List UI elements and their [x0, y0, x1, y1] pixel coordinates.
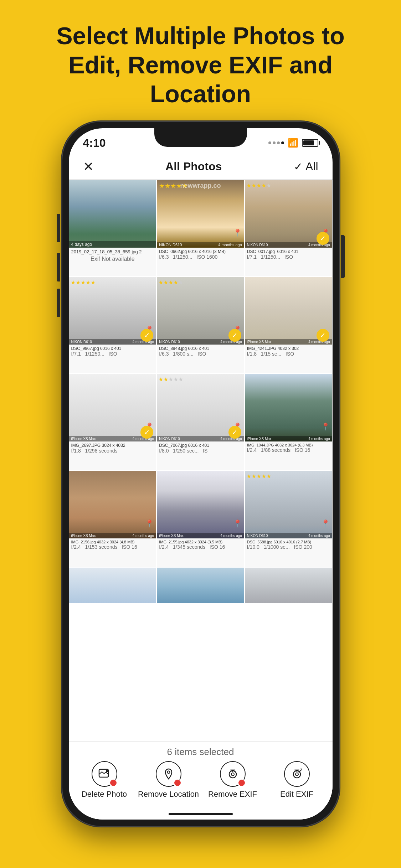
- photo-cell-1[interactable]: 4 days ago 2019_02_17_18_05_38_659.jpg 2…: [69, 180, 157, 277]
- delete-photo-button[interactable]: Delete Photo: [72, 761, 137, 799]
- photo-time-1: 4 days ago: [71, 242, 92, 247]
- remove-exif-label: Remove EXIF: [208, 790, 257, 799]
- wifi-icon: 📶: [288, 138, 298, 148]
- grid-row-4: 📍 iPhone XS Max 4 months ago IMG_2156.jp…: [69, 470, 333, 567]
- status-icons: 📶: [268, 134, 318, 148]
- photo-cell-3[interactable]: ★★★★★ 📍 ✓ NIKON D610 4 months ago DSC_00…: [245, 180, 333, 277]
- photo-cell-10[interactable]: 📍 iPhone XS Max 4 months ago IMG_2156.jp…: [69, 470, 157, 567]
- photo-cell-9[interactable]: 📍 iPhone XS Max 4 months ago IMG_1044.JP…: [245, 373, 333, 470]
- photo-cell-7[interactable]: 📍 ✓ iPhone XS Max 4 months ago IMG_2697.…: [69, 373, 157, 470]
- edit-exif-label: Edit EXIF: [280, 790, 313, 799]
- remove-location-button[interactable]: Remove Location: [137, 761, 201, 799]
- select-all-label: All: [305, 160, 318, 173]
- location-badge: [174, 779, 181, 787]
- photo-cell-12[interactable]: ★★★★★ 📍 NIKON D610 4 months ago DSC_5588…: [245, 470, 333, 567]
- delete-photo-label: Delete Photo: [82, 790, 127, 799]
- photo-cell-8[interactable]: ★★★★★ 📍 ✓ NIKON D610 4 months ago DSC_70…: [156, 373, 245, 470]
- nav-bar: ✕ All Photos ✓ All: [69, 154, 333, 180]
- photo-cell-13[interactable]: [69, 567, 157, 604]
- photo-grid[interactable]: 4 days ago 2019_02_17_18_05_38_659.jpg 2…: [69, 180, 333, 741]
- grid-row-3: 📍 ✓ iPhone XS Max 4 months ago IMG_2697.…: [69, 373, 333, 470]
- svg-point-2: [167, 771, 170, 774]
- checkmark-icon: ✓: [294, 160, 303, 173]
- nav-title: All Photos: [165, 160, 222, 173]
- selected-count: 6 items selected: [69, 742, 333, 761]
- edit-exif-icon-wrap: [284, 761, 310, 787]
- remove-location-label: Remove Location: [138, 790, 199, 799]
- page-title: Select Multiple Photos to Edit, Remove E…: [0, 0, 401, 123]
- remove-exif-icon-wrap: [220, 761, 246, 787]
- photo-cell-15[interactable]: [245, 567, 333, 604]
- remove-location-icon-wrap: [156, 761, 181, 787]
- photo-cell-2[interactable]: ★★★★★ newwrapp.co 📍 NIKON D610 4 months …: [156, 180, 245, 277]
- battery-icon: [302, 139, 318, 147]
- bottom-bar: 6 items selected Delete Photo: [69, 741, 333, 820]
- svg-point-1: [106, 770, 108, 772]
- grid-row-2: ★★★★★ 📍 ✓ NIKON D610 4 months ago DSC_99…: [69, 277, 333, 373]
- svg-point-6: [295, 773, 298, 776]
- action-buttons: Delete Photo Remove Location: [69, 761, 333, 799]
- select-all-button[interactable]: ✓ All: [294, 160, 318, 173]
- edit-exif-button[interactable]: Edit EXIF: [265, 761, 329, 799]
- home-indicator: [169, 813, 233, 815]
- photo-cell-5[interactable]: ★★★★★ 📍 ✓ NIKON D610 4 months ago DSC_89…: [156, 277, 245, 373]
- delete-badge: [109, 779, 117, 787]
- photo-cell-4[interactable]: ★★★★★ 📍 ✓ NIKON D610 4 months ago DSC_99…: [69, 277, 157, 373]
- phone-frame: 4:10 📶 ✕ All Photos ✓ All: [62, 121, 340, 827]
- grid-row-5: [69, 567, 333, 604]
- close-button[interactable]: ✕: [83, 159, 94, 174]
- phone-screen: 4:10 📶 ✕ All Photos ✓ All: [69, 128, 333, 820]
- remove-exif-button[interactable]: Remove EXIF: [201, 761, 265, 799]
- status-time: 4:10: [83, 133, 106, 150]
- photo-cell-14[interactable]: [156, 567, 245, 604]
- photo-cell-6[interactable]: ✓ iPhone XS Max 4 months ago IMG_4241.JP…: [245, 277, 333, 373]
- delete-photo-icon-wrap: [92, 761, 117, 787]
- svg-point-4: [231, 773, 234, 776]
- notch: [154, 128, 247, 147]
- exif-badge: [238, 779, 246, 787]
- grid-row-1: 4 days ago 2019_02_17_18_05_38_659.jpg 2…: [69, 180, 333, 277]
- photo-cell-11[interactable]: 📍 iPhone XS Max 4 months ago IMG_2155.jp…: [156, 470, 245, 567]
- signal-indicator: [268, 141, 284, 144]
